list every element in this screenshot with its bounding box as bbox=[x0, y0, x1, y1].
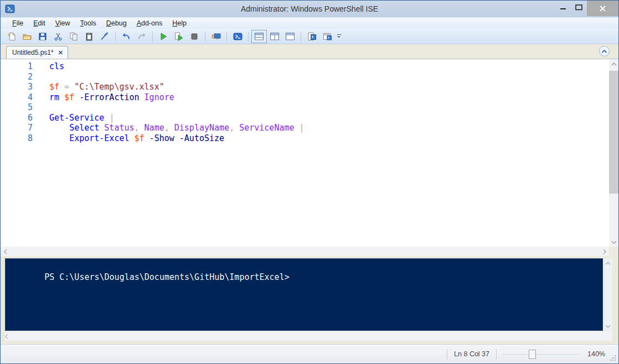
cut-button[interactable] bbox=[50, 30, 66, 43]
scroll-right-icon[interactable] bbox=[600, 247, 609, 256]
scroll-left-icon[interactable] bbox=[5, 334, 8, 339]
show-command-window-button[interactable] bbox=[304, 30, 319, 43]
zoom-slider-thumb[interactable] bbox=[529, 350, 536, 359]
scroll-down-icon[interactable] bbox=[605, 321, 611, 331]
editor-vertical-scrollbar[interactable] bbox=[609, 59, 618, 247]
statusbar-separator bbox=[496, 349, 497, 360]
scrollbar-track[interactable] bbox=[10, 247, 600, 256]
toolbar bbox=[1, 29, 618, 44]
token-plain bbox=[49, 123, 69, 133]
show-script-pane-right-button[interactable] bbox=[267, 30, 282, 43]
code-line: 8 Export-Excel $f -Show -AutoSize bbox=[1, 133, 609, 144]
line-number: 4 bbox=[1, 92, 33, 103]
new-remote-powershell-tab-button[interactable] bbox=[208, 30, 224, 43]
resize-grip-icon[interactable] bbox=[610, 355, 617, 362]
new-script-button[interactable] bbox=[4, 30, 19, 43]
menu-item-tools[interactable]: Tools bbox=[75, 18, 101, 28]
collapse-script-pane-button[interactable] bbox=[599, 46, 610, 56]
status-bar: Ln 8 Col 37 140% bbox=[1, 344, 618, 363]
powershell-ise-window: Administrator: Windows PowerShell ISE Fi… bbox=[0, 0, 619, 364]
line-number: 2 bbox=[1, 72, 33, 82]
token-parameter: -Show -AutoSize bbox=[145, 133, 225, 143]
scroll-down-icon[interactable] bbox=[609, 237, 618, 247]
code-text: Select Status, Name, DisplayName, Servic… bbox=[33, 123, 305, 133]
token-command: Export-Excel bbox=[69, 133, 129, 143]
console-prompt: PS C:\Users\Douglas\Documents\GitHub\Imp… bbox=[44, 272, 290, 282]
title-bar: Administrator: Windows PowerShell ISE bbox=[1, 1, 618, 17]
tab-strip: Untitled5.ps1* ✕ bbox=[1, 44, 618, 59]
scroll-up-icon[interactable] bbox=[609, 59, 618, 69]
editor-horizontal-scrollbar[interactable] bbox=[1, 247, 618, 256]
token-command: Select bbox=[69, 123, 99, 133]
tab-close-icon[interactable]: ✕ bbox=[58, 49, 63, 56]
menu-item-view[interactable]: View bbox=[50, 18, 75, 28]
stop-operation-button[interactable] bbox=[187, 30, 202, 43]
menu-item-edit[interactable]: Edit bbox=[28, 18, 50, 28]
toolbar-separator bbox=[226, 32, 227, 41]
token-operator: | bbox=[109, 113, 114, 123]
window-title: Administrator: Windows PowerShell ISE bbox=[1, 4, 618, 13]
scroll-left-icon[interactable] bbox=[1, 247, 10, 256]
show-script-pane-maximized-icon bbox=[285, 32, 295, 41]
clear-console-pane-button[interactable] bbox=[97, 30, 112, 43]
token-variable: $f bbox=[130, 133, 145, 143]
save-button[interactable] bbox=[35, 30, 50, 43]
token-operator: | bbox=[295, 123, 305, 133]
tab-untitled5[interactable]: Untitled5.ps1* ✕ bbox=[6, 46, 68, 59]
code-text: $f = "C:\Temp\gsv.xlsx" bbox=[33, 82, 164, 92]
token-command: Get-Service bbox=[49, 113, 109, 123]
code-text: Get-Service | bbox=[33, 113, 114, 123]
menu-item-addons[interactable]: Add-ons bbox=[132, 18, 168, 28]
line-number: 6 bbox=[1, 113, 33, 123]
console-horizontal-scrollbar[interactable] bbox=[5, 331, 612, 341]
code-text: Export-Excel $f -Show -AutoSize bbox=[33, 133, 224, 144]
toolbar-separator bbox=[115, 32, 116, 41]
scrollbar-thumb[interactable] bbox=[609, 71, 618, 194]
toolbar-separator bbox=[205, 32, 205, 41]
console-vertical-scrollbar[interactable] bbox=[603, 258, 612, 331]
open-script-button[interactable] bbox=[19, 30, 35, 43]
token-string: "C:\Temp\gsv.xlsx" bbox=[74, 82, 164, 92]
copy-button[interactable] bbox=[66, 30, 81, 43]
show-script-pane-maximized-button[interactable] bbox=[282, 30, 298, 43]
code-text bbox=[33, 72, 49, 82]
script-pane: 1cls23$f = "C:\Temp\gsv.xlsx"4rm $f -Err… bbox=[1, 59, 618, 256]
zoom-slider-rail bbox=[503, 354, 580, 355]
undo-button[interactable] bbox=[118, 30, 134, 43]
zoom-slider[interactable] bbox=[503, 350, 580, 359]
undo-icon bbox=[122, 32, 131, 41]
run-script-button[interactable] bbox=[156, 30, 171, 43]
paste-button[interactable] bbox=[81, 30, 97, 43]
toolbar-overflow-button[interactable] bbox=[335, 30, 343, 43]
token-parameter: -ErrorAction bbox=[74, 92, 144, 102]
menu-item-help[interactable]: Help bbox=[167, 18, 192, 28]
paste-icon bbox=[85, 32, 94, 41]
console-pane[interactable]: PS C:\Users\Douglas\Documents\GitHub\Imp… bbox=[5, 258, 603, 331]
start-powershell-exe-icon bbox=[233, 32, 243, 41]
code-line: 6Get-Service | bbox=[1, 113, 609, 123]
token-operator: , bbox=[164, 123, 169, 133]
run-selection-button[interactable] bbox=[171, 30, 187, 43]
redo-button[interactable] bbox=[134, 30, 149, 43]
menu-item-file[interactable]: File bbox=[7, 18, 28, 28]
statusbar-separator bbox=[447, 349, 447, 360]
start-powershell-exe-button[interactable] bbox=[230, 30, 245, 43]
line-number: 5 bbox=[1, 102, 33, 113]
toolbar-separator bbox=[301, 32, 301, 41]
redo-icon bbox=[137, 32, 146, 41]
new-remote-powershell-tab-icon bbox=[211, 32, 221, 41]
cursor-position: Ln 8 Col 37 bbox=[454, 350, 489, 358]
toolbar-overflow-icon bbox=[337, 33, 342, 40]
copy-icon bbox=[69, 32, 78, 41]
show-script-pane-top-button[interactable] bbox=[251, 30, 267, 43]
scroll-up-icon[interactable] bbox=[605, 258, 611, 268]
token-operator: , bbox=[229, 123, 234, 133]
run-script-icon bbox=[159, 32, 168, 41]
run-selection-icon bbox=[174, 32, 183, 41]
new-powershell-tab-button[interactable] bbox=[319, 30, 335, 43]
menu-item-debug[interactable]: Debug bbox=[101, 18, 132, 28]
token-plain bbox=[49, 133, 69, 143]
line-number: 7 bbox=[1, 123, 33, 133]
show-command-window-icon bbox=[307, 32, 317, 41]
editor-code-area[interactable]: 1cls23$f = "C:\Temp\gsv.xlsx"4rm $f -Err… bbox=[1, 59, 609, 247]
